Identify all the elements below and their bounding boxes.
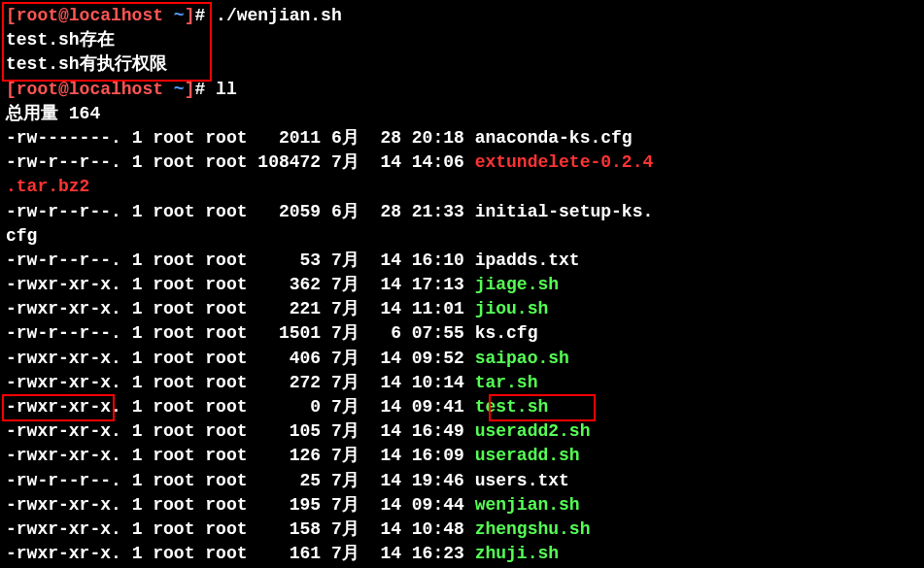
file-day: 14 [380,275,401,294]
file-time: 11:01 [412,299,464,318]
file-row: -rwxr-xr-x. 1 root root 105 7月 14 16:49 … [6,419,918,444]
file-size: 108472 [257,152,321,172]
file-owner: root [153,275,194,294]
file-name: jiou.sh [475,299,549,318]
file-owner: root [153,202,194,221]
file-name-wrap: cfg [6,226,37,246]
file-group: root [205,519,247,539]
file-row: -rw-------. 1 root root 2011 6月 28 20:18… [6,126,918,150]
file-month: 7月 [331,544,359,563]
file-day: 14 [380,471,401,490]
file-group: root [205,349,247,368]
file-day: 14 [380,299,401,318]
file-links: 1 [132,471,143,490]
file-size: 105 [257,421,321,441]
file-group: root [205,471,247,490]
file-owner: root [153,323,194,343]
file-links: 1 [132,446,143,465]
file-name: extundelete-0.2.4 [475,152,654,172]
file-perms: -rwxr-xr-x. [6,275,121,294]
file-group: root [205,152,247,172]
file-links: 1 [132,495,143,515]
file-row: -rw-r--r--. 1 root root 1501 7月 6 07:55 … [6,321,918,346]
prompt-line-2: [root@localhost ~]# ll [6,78,918,102]
file-time: 14:06 [412,152,464,172]
file-name: useradd2.sh [475,421,591,441]
file-row: -rwxr-xr-x. 1 root root 362 7月 14 17:13 … [6,273,918,297]
file-owner: root [153,397,194,417]
file-row: -rwxr-xr-x. 1 root root 221 7月 14 11:01 … [6,297,918,321]
file-month: 7月 [331,275,359,294]
command-2: ll [216,80,237,99]
file-size: 158 [257,519,321,539]
file-owner: root [153,421,194,441]
file-row: -rw-r--r--. 1 root root 25 7月 14 19:46 u… [6,469,918,493]
file-perms: -rwxr-xr-x. [6,519,121,539]
file-name: zhengshu.sh [475,519,591,539]
terminal-output[interactable]: [root@localhost ~]# ./wenjian.shtest.sh存… [6,4,918,566]
file-links: 1 [132,519,143,539]
file-month: 7月 [331,349,359,368]
file-time: 09:52 [412,349,464,368]
file-day: 28 [380,202,401,221]
file-links: 1 [132,397,143,417]
file-day: 14 [380,519,401,539]
file-month: 7月 [331,446,359,465]
prompt-line-1: [root@localhost ~]# ./wenjian.sh [6,4,918,28]
file-size: 2011 [257,128,321,148]
file-day: 6 [380,323,401,343]
file-group: root [205,373,247,392]
file-size: 362 [257,275,321,294]
file-size: 272 [257,373,321,392]
file-size: 126 [257,446,321,465]
file-perms: -rwxr-xr-x. [6,421,121,441]
file-row: -rwxr-xr-x. 1 root root 195 7月 14 09:44 … [6,493,918,518]
file-month: 7月 [331,519,359,539]
file-month: 7月 [331,373,359,392]
file-owner: root [153,152,194,172]
file-time: 21:33 [412,202,464,221]
file-day: 14 [380,421,401,441]
file-links: 1 [132,373,143,392]
file-row: -rw-r--r--. 1 root root 108472 7月 14 14:… [6,150,918,175]
file-perms: -rwxr-xr-x. [6,446,121,465]
file-row: -rw-r--r--. 1 root root 53 7月 14 16:10 i… [6,249,918,273]
file-size: 2059 [257,202,321,221]
file-owner: root [153,471,194,490]
file-perms: -rwxr-xr-x. [6,349,121,368]
file-name: ipadds.txt [475,251,580,270]
file-time: 09:41 [412,397,464,417]
file-time: 10:48 [412,519,464,539]
output-line-2: test.sh有执行权限 [6,52,918,77]
file-month: 7月 [331,471,359,490]
file-month: 7月 [331,323,359,343]
file-perms: -rwxr-xr-x. [6,299,121,318]
file-day: 14 [380,544,401,563]
file-size: 195 [257,495,321,515]
output-line-1: test.sh存在 [6,28,918,52]
file-perms: -rw-------. [6,128,121,148]
file-day: 14 [380,373,401,392]
file-links: 1 [132,202,143,221]
file-owner: root [153,373,194,392]
file-day: 14 [380,397,401,417]
file-size: 1501 [257,323,321,343]
file-links: 1 [132,128,143,148]
file-links: 1 [132,152,143,172]
file-links: 1 [132,349,143,368]
file-links: 1 [132,275,143,294]
file-row: -rwxr-xr-x. 1 root root 158 7月 14 10:48 … [6,518,918,542]
file-group: root [205,421,247,441]
total-line: 总用量 164 [6,102,918,126]
file-name: anaconda-ks.cfg [475,128,633,148]
file-perms: -rw-r--r--. [6,152,121,172]
file-month: 7月 [331,421,359,441]
file-perms: -rw-r--r--. [6,471,121,490]
file-row: -rwxr-xr-x. 1 root root 126 7月 14 16:09 … [6,444,918,468]
file-day: 14 [380,446,401,465]
file-group: root [205,446,247,465]
file-perms: -rwxr-xr-x. [6,495,121,515]
file-owner: root [153,446,194,465]
file-owner: root [153,544,194,563]
file-group: root [205,202,247,221]
